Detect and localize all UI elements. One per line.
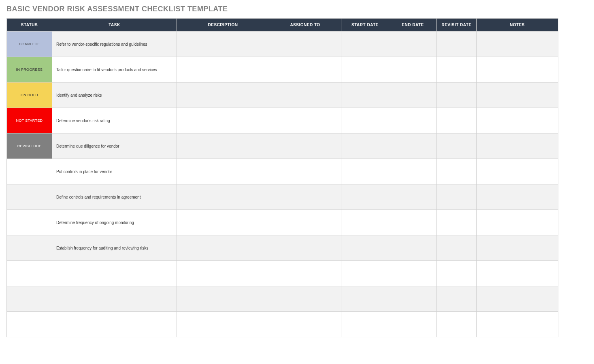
assigned-to-cell[interactable] xyxy=(269,261,341,286)
description-cell[interactable] xyxy=(177,261,269,286)
notes-cell[interactable] xyxy=(477,32,558,57)
revisit-date-cell[interactable] xyxy=(437,133,477,159)
notes-cell[interactable] xyxy=(477,210,558,235)
task-cell[interactable]: Tailor questionnaire to fit vendor's pro… xyxy=(52,57,177,83)
status-cell[interactable] xyxy=(7,312,52,337)
status-cell[interactable]: NOT STARTED xyxy=(7,108,52,133)
assigned-to-cell[interactable] xyxy=(269,57,341,83)
revisit-date-cell[interactable] xyxy=(437,159,477,184)
assigned-to-cell[interactable] xyxy=(269,133,341,159)
start-date-cell[interactable] xyxy=(341,235,389,261)
end-date-cell[interactable] xyxy=(389,108,437,133)
assigned-to-cell[interactable] xyxy=(269,108,341,133)
notes-cell[interactable] xyxy=(477,57,558,83)
task-cell[interactable]: Establish frequency for auditing and rev… xyxy=(52,235,177,261)
table-header-row: STATUS TASK DESCRIPTION ASSIGNED TO STAR… xyxy=(7,19,558,32)
task-cell[interactable]: Determine vendor's risk rating xyxy=(52,108,177,133)
notes-cell[interactable] xyxy=(477,286,558,312)
description-cell[interactable] xyxy=(177,108,269,133)
notes-cell[interactable] xyxy=(477,261,558,286)
assigned-to-cell[interactable] xyxy=(269,286,341,312)
description-cell[interactable] xyxy=(177,312,269,337)
revisit-date-cell[interactable] xyxy=(437,261,477,286)
status-cell[interactable] xyxy=(7,235,52,261)
revisit-date-cell[interactable] xyxy=(437,210,477,235)
start-date-cell[interactable] xyxy=(341,184,389,210)
notes-cell[interactable] xyxy=(477,235,558,261)
start-date-cell[interactable] xyxy=(341,210,389,235)
status-cell[interactable]: REVISIT DUE xyxy=(7,133,52,159)
task-cell[interactable] xyxy=(52,261,177,286)
status-cell[interactable] xyxy=(7,261,52,286)
notes-cell[interactable] xyxy=(477,159,558,184)
task-cell[interactable]: Refer to vendor-specific regulations and… xyxy=(52,32,177,57)
revisit-date-cell[interactable] xyxy=(437,286,477,312)
task-cell[interactable] xyxy=(52,312,177,337)
end-date-cell[interactable] xyxy=(389,312,437,337)
description-cell[interactable] xyxy=(177,235,269,261)
start-date-cell[interactable] xyxy=(341,57,389,83)
assigned-to-cell[interactable] xyxy=(269,184,341,210)
start-date-cell[interactable] xyxy=(341,108,389,133)
end-date-cell[interactable] xyxy=(389,32,437,57)
status-cell[interactable] xyxy=(7,159,52,184)
assigned-to-cell[interactable] xyxy=(269,235,341,261)
start-date-cell[interactable] xyxy=(341,286,389,312)
revisit-date-cell[interactable] xyxy=(437,312,477,337)
revisit-date-cell[interactable] xyxy=(437,57,477,83)
status-cell[interactable] xyxy=(7,286,52,312)
task-cell[interactable]: Determine frequency of ongoing monitorin… xyxy=(52,210,177,235)
start-date-cell[interactable] xyxy=(341,133,389,159)
task-cell[interactable] xyxy=(52,286,177,312)
revisit-date-cell[interactable] xyxy=(437,83,477,108)
end-date-cell[interactable] xyxy=(389,57,437,83)
description-cell[interactable] xyxy=(177,159,269,184)
status-cell[interactable]: IN PROGRESS xyxy=(7,57,52,83)
description-cell[interactable] xyxy=(177,57,269,83)
header-status: STATUS xyxy=(7,19,52,32)
end-date-cell[interactable] xyxy=(389,210,437,235)
table-row xyxy=(7,312,558,337)
task-cell[interactable]: Identify and analyze risks xyxy=(52,83,177,108)
task-cell[interactable]: Define controls and requirements in agre… xyxy=(52,184,177,210)
end-date-cell[interactable] xyxy=(389,286,437,312)
status-cell[interactable] xyxy=(7,184,52,210)
end-date-cell[interactable] xyxy=(389,83,437,108)
task-cell[interactable]: Determine due diligence for vendor xyxy=(52,133,177,159)
notes-cell[interactable] xyxy=(477,312,558,337)
revisit-date-cell[interactable] xyxy=(437,108,477,133)
notes-cell[interactable] xyxy=(477,83,558,108)
assigned-to-cell[interactable] xyxy=(269,210,341,235)
description-cell[interactable] xyxy=(177,184,269,210)
assigned-to-cell[interactable] xyxy=(269,312,341,337)
end-date-cell[interactable] xyxy=(389,159,437,184)
status-cell[interactable] xyxy=(7,210,52,235)
notes-cell[interactable] xyxy=(477,133,558,159)
assigned-to-cell[interactable] xyxy=(269,159,341,184)
assigned-to-cell[interactable] xyxy=(269,32,341,57)
end-date-cell[interactable] xyxy=(389,235,437,261)
revisit-date-cell[interactable] xyxy=(437,235,477,261)
end-date-cell[interactable] xyxy=(389,133,437,159)
start-date-cell[interactable] xyxy=(341,312,389,337)
start-date-cell[interactable] xyxy=(341,159,389,184)
description-cell[interactable] xyxy=(177,83,269,108)
end-date-cell[interactable] xyxy=(389,261,437,286)
status-cell[interactable]: ON HOLD xyxy=(7,83,52,108)
start-date-cell[interactable] xyxy=(341,32,389,57)
description-cell[interactable] xyxy=(177,32,269,57)
revisit-date-cell[interactable] xyxy=(437,184,477,210)
task-cell[interactable]: Put controls in place for vendor xyxy=(52,159,177,184)
end-date-cell[interactable] xyxy=(389,184,437,210)
status-cell[interactable]: COMPLETE xyxy=(7,32,52,57)
start-date-cell[interactable] xyxy=(341,261,389,286)
description-cell[interactable] xyxy=(177,286,269,312)
notes-cell[interactable] xyxy=(477,184,558,210)
table-row: IN PROGRESSTailor questionnaire to fit v… xyxy=(7,57,558,83)
assigned-to-cell[interactable] xyxy=(269,83,341,108)
revisit-date-cell[interactable] xyxy=(437,32,477,57)
description-cell[interactable] xyxy=(177,133,269,159)
start-date-cell[interactable] xyxy=(341,83,389,108)
notes-cell[interactable] xyxy=(477,108,558,133)
description-cell[interactable] xyxy=(177,210,269,235)
